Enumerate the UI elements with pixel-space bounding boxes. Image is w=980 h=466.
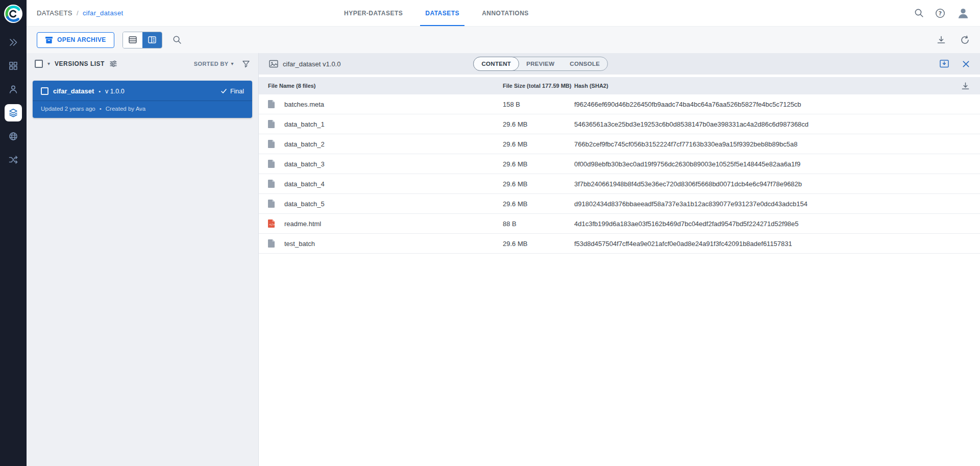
sidebar-item-projects[interactable] — [0, 31, 27, 54]
file-size: 29.6 MB — [503, 140, 574, 148]
file-hash: d91802434d8376bbaeeadf58a737e3a1b12ac839… — [574, 200, 970, 208]
file-size: 29.6 MB — [503, 240, 574, 248]
tab-content[interactable]: CONTENT — [473, 57, 519, 71]
active-nav-chip — [5, 104, 22, 121]
version-updated: Updated 2 years ago — [41, 106, 95, 112]
sidebar-item-hyper-datasets[interactable] — [0, 54, 27, 78]
file-size: 29.6 MB — [503, 120, 574, 128]
version-number: v 1.0.0 — [105, 88, 125, 95]
sorted-by-dropdown[interactable]: SORTED BY ▾ — [194, 61, 234, 67]
top-bar: DATASETS / cifar_dataset HYPER-DATASETS … — [27, 0, 980, 27]
sidebar-item-workers[interactable] — [0, 78, 27, 101]
html-file-icon: </> — [268, 219, 284, 228]
file-hash: 0f00d98ebfb30b3ec0ad19f9756dc2630b89003e… — [574, 160, 970, 168]
sidebar-item-datasets[interactable] — [0, 101, 27, 125]
sidebar-item-pipelines[interactable] — [0, 148, 27, 171]
open-archive-label: OPEN ARCHIVE — [57, 36, 106, 43]
nav-sidebar — [0, 0, 27, 466]
file-hash: f962466ef690d46b226450fb9aadc74ba4bc64a7… — [574, 101, 970, 108]
select-all-checkbox[interactable] — [35, 60, 43, 68]
versions-panel-header-right: SORTED BY ▾ — [194, 60, 250, 68]
table-view-toggle[interactable] — [123, 32, 142, 48]
file-icon — [268, 140, 284, 148]
view-toggle-group — [122, 32, 162, 48]
breadcrumb: DATASETS / cifar_dataset — [37, 9, 124, 17]
file-name: batches.meta — [284, 101, 503, 108]
open-archive-button[interactable]: OPEN ARCHIVE — [37, 32, 114, 48]
topbar-actions: ? — [914, 7, 970, 20]
detail-tabs: CONTENT PREVIEW CONSOLE — [473, 57, 608, 71]
table-row[interactable]: data_batch_2 29.6 MB 766b2cef9fbc745cf05… — [259, 134, 980, 154]
file-size: 29.6 MB — [503, 200, 574, 208]
split-view-toggle[interactable] — [142, 32, 162, 48]
double-chevron-icon — [8, 37, 18, 47]
table-row[interactable]: data_batch_5 29.6 MB d91802434d8376bbaee… — [259, 194, 980, 214]
file-icon — [268, 200, 284, 208]
table-row[interactable]: test_batch 29.6 MB f53d8d457504f7cff4ea9… — [259, 234, 980, 254]
version-card[interactable]: cifar_dataset • v 1.0.0 Final Updated 2 … — [33, 81, 252, 118]
tab-console[interactable]: CONSOLE — [562, 57, 607, 71]
user-avatar[interactable] — [957, 7, 970, 20]
file-size: 29.6 MB — [503, 160, 574, 168]
table-view-icon — [129, 36, 137, 44]
header-tabs: HYPER-DATASETS DATASETS ANNOTATIONS — [333, 0, 540, 26]
versions-panel: ▾ VERSIONS LIST SORTED BY ▾ — [27, 53, 259, 466]
version-card-top: cifar_dataset • v 1.0.0 Final — [33, 81, 252, 101]
versions-panel-header: ▾ VERSIONS LIST SORTED BY ▾ — [27, 53, 258, 75]
file-name: data_batch_4 — [284, 180, 503, 188]
version-created-by: Created by Ava — [106, 106, 145, 112]
dataset-toolbar: OPEN ARCHIVE — [27, 27, 980, 53]
svg-text:</>: </> — [269, 223, 275, 226]
file-name: data_batch_5 — [284, 200, 503, 208]
version-meta-separator: • — [100, 106, 102, 112]
grid-icon — [8, 61, 18, 71]
sidebar-item-reports[interactable] — [0, 125, 27, 148]
file-hash: 4d1c3fb199d6a183ae03f5162b469d7bc04edf2f… — [574, 220, 970, 228]
breadcrumb-root[interactable]: DATASETS — [37, 9, 72, 17]
main-column: DATASETS / cifar_dataset HYPER-DATASETS … — [27, 0, 980, 466]
versions-search-icon[interactable] — [173, 35, 182, 44]
close-panel-icon[interactable] — [962, 60, 970, 68]
file-name: data_batch_1 — [284, 120, 503, 128]
tab-datasets[interactable]: DATASETS — [414, 0, 471, 26]
table-row[interactable]: </> readme.html 88 B 4d1c3fb199d6a183ae0… — [259, 214, 980, 234]
file-name: test_batch — [284, 240, 503, 248]
file-icon — [268, 100, 284, 108]
content-split: ▾ VERSIONS LIST SORTED BY ▾ — [27, 53, 980, 466]
tab-hyper-datasets[interactable]: HYPER-DATASETS — [333, 0, 414, 26]
auto-refresh-icon[interactable] — [960, 35, 970, 45]
table-row[interactable]: batches.meta 158 B f962466ef690d46b22645… — [259, 94, 980, 114]
file-hash: f53d8d457504f7cff4ea9e021afcf0e0ad8e24a9… — [574, 240, 970, 248]
detail-panel-title: cifar_dataset v1.0.0 — [283, 60, 340, 68]
detail-panel-header: cifar_dataset v1.0.0 CONTENT PREVIEW CON… — [259, 53, 980, 75]
versions-list-title: VERSIONS LIST — [55, 60, 105, 67]
help-icon[interactable]: ? — [935, 8, 945, 18]
column-file-size: File Size (total 177.59 MB) — [503, 83, 574, 89]
file-icon — [268, 160, 284, 168]
select-all-caret-icon[interactable]: ▾ — [47, 61, 50, 66]
download-icon[interactable] — [937, 35, 946, 44]
expand-panel-icon[interactable] — [940, 60, 949, 68]
file-hash: 766b2cef9fbc745cf056b3152224f7cf77163b33… — [574, 140, 970, 148]
download-files-icon[interactable] — [961, 82, 970, 90]
version-status-badge: Final — [220, 88, 244, 95]
tab-preview[interactable]: PREVIEW — [519, 57, 562, 71]
tune-icon[interactable] — [109, 60, 117, 68]
search-icon[interactable] — [914, 8, 924, 18]
version-checkbox[interactable] — [41, 87, 48, 95]
version-name: cifar_dataset — [53, 87, 94, 95]
check-icon — [220, 88, 227, 94]
clearml-logo[interactable] — [4, 4, 23, 23]
file-name: data_batch_2 — [284, 140, 503, 148]
file-size: 29.6 MB — [503, 180, 574, 188]
table-row[interactable]: data_batch_1 29.6 MB 54636561a3ce25bd3e1… — [259, 114, 980, 134]
file-icon — [268, 120, 284, 128]
column-file-name: File Name (8 files) — [268, 83, 503, 89]
version-bullet: • — [99, 88, 101, 94]
table-row[interactable]: data_batch_4 29.6 MB 3f7bb240661948b8f4d… — [259, 174, 980, 194]
filter-icon[interactable] — [242, 60, 250, 68]
breadcrumb-current[interactable]: cifar_dataset — [83, 9, 124, 17]
tab-annotations[interactable]: ANNOTATIONS — [471, 0, 540, 26]
table-row[interactable]: data_batch_3 29.6 MB 0f00d98ebfb30b3ec0a… — [259, 154, 980, 174]
sorted-by-caret-icon: ▾ — [231, 61, 234, 66]
